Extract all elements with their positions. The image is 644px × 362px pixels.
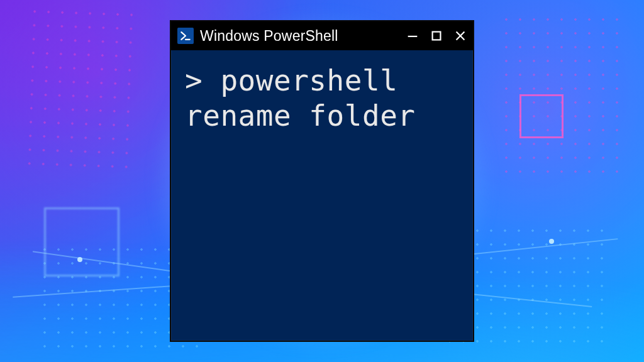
maximize-button[interactable] xyxy=(429,28,444,43)
window-title: Windows PowerShell xyxy=(200,28,399,45)
svg-rect-2 xyxy=(433,32,441,40)
terminal-body[interactable]: > powershell rename folder xyxy=(171,50,473,341)
minimize-button[interactable] xyxy=(405,28,420,43)
window-controls xyxy=(405,28,468,43)
powershell-icon xyxy=(177,28,194,44)
prompt-symbol: > xyxy=(185,63,220,97)
close-button[interactable] xyxy=(453,28,468,43)
powershell-window: Windows PowerShell > powershell rename f… xyxy=(170,20,474,342)
titlebar[interactable]: Windows PowerShell xyxy=(171,21,473,50)
